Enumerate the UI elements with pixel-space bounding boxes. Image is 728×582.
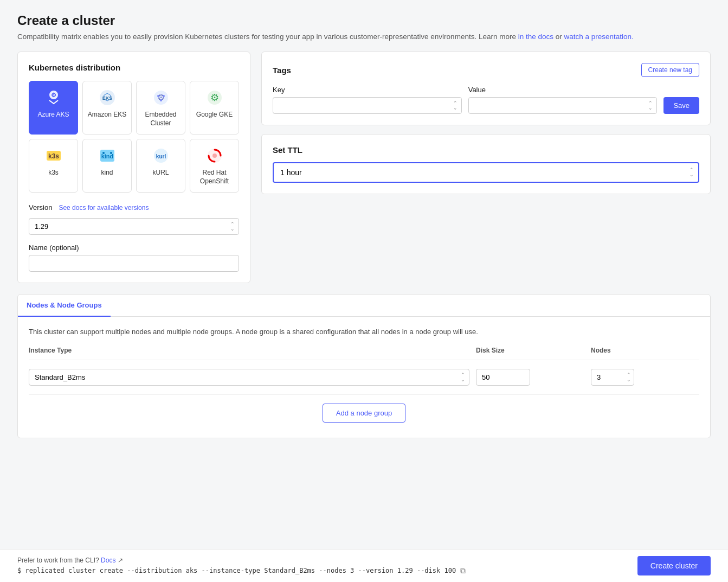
- svg-text:k3s: k3s: [48, 152, 59, 160]
- version-row: Version See docs for available versions: [29, 203, 239, 212]
- k3s-label: k3s: [48, 169, 59, 177]
- create-new-tag-button[interactable]: Create new tag: [641, 63, 699, 77]
- dist-item-eks[interactable]: ⬡ EKS Amazon EKS: [82, 81, 132, 135]
- disk-size-input[interactable]: [476, 369, 530, 386]
- distribution-grid: ⚙ Azure AKS ⬡ EKS Amaz: [29, 81, 239, 193]
- embedded-cluster-icon: ⚙: [151, 88, 171, 107]
- ttl-select[interactable]: 30 minutes 1 hour 2 hours 4 hours 8 hour…: [273, 162, 699, 183]
- nodes-count-input[interactable]: [591, 369, 634, 386]
- dist-item-embedded[interactable]: ⚙ Embedded Cluster: [136, 81, 185, 135]
- kurl-icon: kurl: [151, 146, 171, 165]
- nodes-count-wrapper: [591, 369, 634, 386]
- svg-point-9: [163, 95, 165, 97]
- k3s-icon: k3s: [44, 146, 63, 165]
- aks-label: Azure AKS: [37, 111, 69, 119]
- instance-type-header: Instance Type: [29, 347, 469, 354]
- tags-value-label: Value: [468, 86, 658, 94]
- dist-item-kind[interactable]: kind kind: [82, 139, 132, 193]
- nodes-table-header: Instance Type Disk Size Nodes: [29, 347, 699, 360]
- right-panel: Tags Create new tag Key Value: [261, 52, 711, 283]
- disk-size-header: Disk Size: [476, 347, 584, 354]
- in-docs-link[interactable]: in the docs: [518, 33, 553, 41]
- instance-type-select-wrapper: Standard_B2ms Standard_B4ms Standard_D2s…: [29, 369, 469, 386]
- dist-item-k3s[interactable]: k3s k3s: [29, 139, 78, 193]
- kind-icon: kind: [98, 146, 117, 165]
- name-label: Name (optional): [29, 244, 239, 252]
- version-select-wrapper: 1.29 1.28 1.27: [29, 218, 239, 235]
- watch-presentation-link[interactable]: watch a presentation.: [564, 33, 634, 41]
- nodes-tabs: Nodes & Node Groups: [18, 295, 710, 317]
- tags-panel: Tags Create new tag Key Value: [261, 52, 711, 125]
- azure-aks-icon: ⚙: [44, 88, 63, 107]
- kind-label: kind: [101, 169, 113, 177]
- dist-item-gke[interactable]: ⚙ Google GKE: [190, 81, 239, 135]
- nodes-section: Nodes & Node Groups This cluster can sup…: [17, 294, 711, 438]
- tags-value-group: Value: [468, 86, 658, 114]
- tags-key-group: Key: [273, 86, 462, 114]
- google-gke-icon: ⚙: [205, 88, 224, 107]
- svg-text:kind: kind: [101, 153, 113, 159]
- openshift-icon: [205, 146, 224, 165]
- tags-title: Tags: [273, 66, 291, 75]
- svg-text:⚙: ⚙: [51, 92, 56, 98]
- version-label: Version: [29, 203, 52, 212]
- ttl-panel: Set TTL 30 minutes 1 hour 2 hours 4 hour…: [261, 134, 711, 194]
- tags-save-button[interactable]: Save: [663, 97, 699, 114]
- kurl-label: kURL: [152, 169, 169, 177]
- nodes-content: This cluster can support multiple nodes …: [18, 317, 710, 438]
- table-row: Standard_B2ms Standard_B4ms Standard_D2s…: [29, 360, 699, 395]
- gke-label: Google GKE: [196, 111, 233, 119]
- dist-item-kurl[interactable]: kurl kURL: [136, 139, 185, 193]
- version-docs-link[interactable]: See docs for available versions: [59, 204, 149, 212]
- tags-key-label: Key: [273, 86, 462, 94]
- dist-item-openshift[interactable]: Red Hat OpenShift: [190, 139, 239, 193]
- disk-size-field: [476, 369, 584, 386]
- name-input[interactable]: [29, 255, 239, 272]
- ttl-select-wrapper: 30 minutes 1 hour 2 hours 4 hours 8 hour…: [273, 162, 699, 183]
- nodes-description: This cluster can support multiple nodes …: [29, 328, 699, 336]
- svg-text:EKS: EKS: [102, 95, 112, 101]
- tags-header: Tags Create new tag: [273, 63, 699, 77]
- ttl-title: Set TTL: [273, 145, 699, 155]
- dist-item-aks[interactable]: ⚙ Azure AKS: [29, 81, 78, 135]
- svg-point-10: [160, 99, 162, 101]
- svg-text:kurl: kurl: [156, 154, 166, 159]
- add-node-group-button[interactable]: Add a node group: [323, 404, 405, 423]
- page-title: Create a cluster: [17, 13, 711, 28]
- svg-point-22: [212, 154, 217, 158]
- nodes-header: Nodes: [591, 347, 699, 354]
- svg-point-17: [102, 152, 105, 154]
- svg-point-18: [110, 152, 112, 154]
- amazon-eks-icon: ⬡ EKS: [98, 88, 117, 107]
- instance-type-select[interactable]: Standard_B2ms Standard_B4ms Standard_D2s…: [29, 369, 469, 386]
- embedded-cluster-label: Embedded Cluster: [141, 111, 181, 127]
- tags-value-input[interactable]: [468, 97, 658, 114]
- eks-label: Amazon EKS: [88, 111, 126, 119]
- svg-text:⚙: ⚙: [210, 92, 219, 103]
- nodes-tab[interactable]: Nodes & Node Groups: [18, 295, 111, 317]
- add-node-group-row: Add a node group: [29, 395, 699, 427]
- page-subtitle: Compatibility matrix enables you to easi…: [17, 33, 711, 41]
- version-select[interactable]: 1.29 1.28 1.27: [29, 218, 239, 235]
- svg-point-8: [157, 95, 159, 97]
- openshift-label: Red Hat OpenShift: [195, 169, 234, 186]
- tags-key-value-row: Key Value Save: [273, 86, 699, 114]
- kubernetes-distribution-panel: Kubernetes distribution ⚙ Azure AKS: [17, 52, 250, 283]
- distribution-heading: Kubernetes distribution: [29, 63, 239, 72]
- tags-key-input[interactable]: [273, 97, 462, 114]
